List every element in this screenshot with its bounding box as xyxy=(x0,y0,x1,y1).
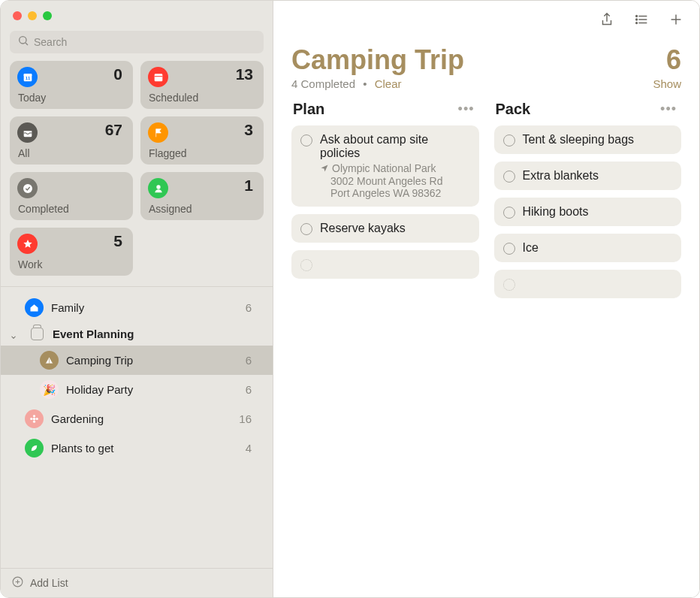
reminder-address-line: Port Angeles WA 98362 xyxy=(320,187,469,199)
list-count: 6 xyxy=(246,301,261,314)
sidebar-lists: Family 6 Event Planning Camping Trip 6 🎉 xyxy=(1,286,273,568)
card-label: Today xyxy=(18,92,46,104)
close-window-button[interactable] xyxy=(13,11,22,20)
list-label: Camping Trip xyxy=(66,354,238,367)
person-icon xyxy=(148,178,168,198)
list-title: Camping Trip xyxy=(291,44,464,76)
flower-icon xyxy=(25,409,44,428)
card-count: 5 xyxy=(113,232,122,250)
sections-columns: Plan ••• Ask about camp site policies Ol… xyxy=(273,99,699,597)
new-reminder-button[interactable] xyxy=(668,11,684,31)
section-pack: Pack ••• Tent & sleeping bags Extra blan… xyxy=(494,99,682,597)
reminder-item[interactable]: Tent & sleeping bags xyxy=(494,125,682,154)
search-field[interactable] xyxy=(10,31,264,53)
sidebar-item-plants[interactable]: Plants to get 4 xyxy=(1,433,273,463)
card-label: Scheduled xyxy=(149,92,198,104)
reminder-item[interactable]: Ice xyxy=(494,234,682,262)
house-icon xyxy=(25,298,44,317)
card-completed[interactable]: Completed xyxy=(10,172,133,220)
complete-toggle[interactable] xyxy=(300,134,312,146)
search-input[interactable] xyxy=(34,36,256,48)
completed-summary: 4 Completed • Clear xyxy=(291,77,402,90)
section-plan: Plan ••• Ask about camp site policies Ol… xyxy=(291,99,479,597)
toolbar xyxy=(273,1,699,41)
card-work[interactable]: 5 Work xyxy=(10,228,133,276)
card-label: All xyxy=(18,147,30,159)
sidebar-group-event-planning[interactable]: Event Planning xyxy=(1,322,273,346)
clear-button[interactable]: Clear xyxy=(375,77,402,90)
card-today[interactable]: 11 0 Today xyxy=(10,61,133,109)
svg-point-20 xyxy=(636,16,638,17)
star-icon xyxy=(17,234,38,254)
share-button[interactable] xyxy=(599,11,615,31)
reminder-item[interactable]: Hiking boots xyxy=(494,198,682,226)
new-reminder-placeholder[interactable] xyxy=(494,270,682,298)
list-label: Holiday Party xyxy=(66,383,238,396)
svg-point-10 xyxy=(33,415,35,417)
svg-text:11: 11 xyxy=(25,75,30,80)
card-assigned[interactable]: 1 Assigned xyxy=(140,172,264,220)
complete-toggle[interactable] xyxy=(300,223,312,235)
group-label: Event Planning xyxy=(53,328,261,340)
reminder-item[interactable]: Reserve kayaks xyxy=(291,214,479,243)
list-count: 4 xyxy=(246,442,261,455)
svg-rect-5 xyxy=(154,74,162,81)
party-icon: 🎉 xyxy=(40,380,59,399)
view-options-button[interactable] xyxy=(633,11,650,31)
list-header: Camping Trip 6 4 Completed • Clear Show xyxy=(273,41,699,99)
list-label: Family xyxy=(51,301,238,314)
app-window: 11 0 Today 13 Scheduled 67 All xyxy=(0,0,700,598)
reminder-title: Ice xyxy=(523,241,671,255)
complete-toggle[interactable] xyxy=(503,134,515,146)
show-button[interactable]: Show xyxy=(653,77,681,90)
add-list-button[interactable]: Add List xyxy=(1,568,273,597)
svg-point-9 xyxy=(33,418,36,421)
reminder-title: Extra blankets xyxy=(523,169,671,183)
reminder-item[interactable]: Extra blankets xyxy=(494,162,682,190)
svg-point-7 xyxy=(23,184,32,193)
svg-point-8 xyxy=(156,185,160,189)
complete-toggle xyxy=(503,279,515,291)
section-title: Plan xyxy=(293,101,324,118)
sidebar-item-family[interactable]: Family 6 xyxy=(1,293,273,322)
card-count: 3 xyxy=(244,121,253,139)
tray-icon xyxy=(17,122,38,143)
card-all[interactable]: 67 All xyxy=(10,116,133,165)
completed-count-text: 4 Completed xyxy=(291,77,355,90)
calendar-day-icon: 11 xyxy=(17,67,38,87)
reminder-title: Reserve kayaks xyxy=(320,222,469,235)
svg-point-11 xyxy=(33,421,35,423)
list-count: 6 xyxy=(246,354,261,367)
card-label: Work xyxy=(18,258,42,270)
fullscreen-window-button[interactable] xyxy=(43,11,52,20)
card-count: 67 xyxy=(105,121,122,139)
card-scheduled[interactable]: 13 Scheduled xyxy=(140,61,264,109)
folder-group-icon xyxy=(31,328,44,340)
card-label: Flagged xyxy=(149,147,187,159)
complete-toggle[interactable] xyxy=(503,207,515,219)
reminder-title: Ask about camp site policies xyxy=(320,133,469,160)
card-count: 13 xyxy=(236,65,253,83)
checkmark-icon xyxy=(17,178,38,198)
sidebar-item-holiday-party[interactable]: 🎉 Holiday Party 6 xyxy=(1,375,273,404)
list-label: Plants to get xyxy=(51,442,238,455)
reminder-location: Olympic National Park xyxy=(320,162,469,175)
complete-toggle[interactable] xyxy=(503,171,515,183)
section-more-button[interactable]: ••• xyxy=(660,101,677,117)
svg-point-12 xyxy=(30,418,32,420)
svg-point-21 xyxy=(636,19,638,20)
chevron-down-icon xyxy=(10,331,17,338)
card-flagged[interactable]: 3 Flagged xyxy=(140,116,264,165)
new-reminder-placeholder[interactable] xyxy=(291,250,479,279)
window-controls xyxy=(1,1,273,20)
section-more-button[interactable]: ••• xyxy=(458,101,475,117)
sidebar-item-camping-trip[interactable]: Camping Trip 6 xyxy=(1,346,273,375)
list-total-count: 6 xyxy=(666,44,681,76)
flag-icon xyxy=(148,122,168,143)
complete-toggle[interactable] xyxy=(503,243,515,255)
sidebar: 11 0 Today 13 Scheduled 67 All xyxy=(1,1,273,597)
list-count: 16 xyxy=(239,412,261,425)
minimize-window-button[interactable] xyxy=(28,11,37,20)
sidebar-item-gardening[interactable]: Gardening 16 xyxy=(1,404,273,433)
reminder-item[interactable]: Ask about camp site policies Olympic Nat… xyxy=(291,125,479,207)
